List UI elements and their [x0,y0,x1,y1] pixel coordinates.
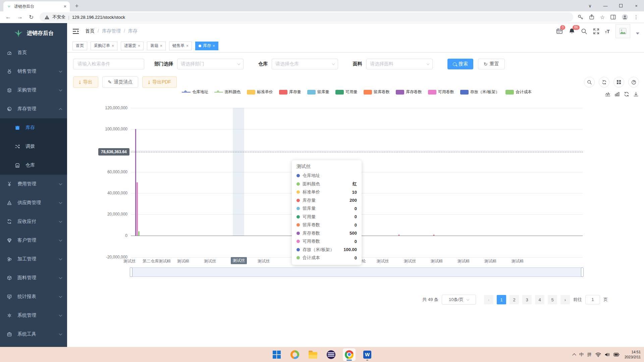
bar-chart-icon[interactable] [614,92,620,97]
sidebar-item-tools[interactable]: 系统工具 [0,325,67,344]
word-icon[interactable]: W [361,348,374,361]
back-icon[interactable]: ← [5,14,11,21]
export-pdf-button[interactable]: ⭣导出PDF [142,76,177,88]
save-image-icon[interactable] [633,92,639,97]
reload-icon[interactable]: ↻ [29,14,34,21]
legend-storage[interactable]: 存放（米/板架） [460,89,499,95]
page-button-1[interactable]: 1 [497,295,506,304]
page-button-2[interactable]: 2 [509,295,519,304]
search-circle-button[interactable] [584,77,595,87]
close-icon[interactable]: × [112,44,114,48]
search-button[interactable]: 搜索 [447,59,473,69]
sidebar-item-supplier[interactable]: 供应商管理 [0,193,67,212]
datazoom-right-handle[interactable] [581,267,584,277]
refresh-circle-button[interactable] [599,77,609,87]
search-icon[interactable] [581,28,587,35]
keyword-search-input[interactable]: 请输入检索条件 [73,59,144,69]
navicat-icon[interactable] [288,348,301,361]
sidebar-item-processing[interactable]: 加工管理 [0,250,67,268]
sidebar-item-inventory[interactable]: 库存管理 [0,100,67,118]
grid-view-button[interactable] [613,77,624,87]
goto-page-input[interactable]: 1 [585,295,600,304]
bell-icon[interactable]: 86 [569,28,575,35]
forward-icon[interactable]: → [17,14,23,21]
return-check-button[interactable]: ✎退货清点 [102,76,139,88]
legend-stock-qty[interactable]: 库存量 [279,89,301,95]
tag-sales-order[interactable]: 销售单× [169,42,192,50]
fullscreen-icon[interactable] [593,28,599,35]
sidebar-item-reports[interactable]: 统计报表 [0,287,67,306]
minimize-button[interactable]: — [598,3,613,8]
sidebar-item-transfer[interactable]: 调拨 [0,137,67,156]
line-chart-icon[interactable] [605,92,610,97]
collapse-sidebar-icon[interactable] [72,28,79,34]
close-icon[interactable]: × [138,44,140,48]
sidebar-item-system[interactable]: 系统管理 [0,306,67,325]
page-button-5[interactable]: 5 [548,295,557,304]
legend-fabric-color[interactable]: 面料颜色 [214,89,241,95]
sidebar-item-receivable[interactable]: 应收应付 [0,212,67,231]
user-menu-caret-icon[interactable] [636,33,639,35]
share-icon[interactable] [589,14,595,20]
ime-pinyin-indicator[interactable]: 拼 [587,352,592,358]
page-button-4[interactable]: 4 [535,295,544,304]
tray-expand-icon[interactable] [572,353,576,357]
bar-stock-qty[interactable] [433,235,434,236]
bookmark-star-icon[interactable]: ☆ [600,14,605,20]
tag-home[interactable]: 首页 [72,42,87,50]
browser-tab[interactable]: 进销存后台 × [3,1,70,11]
breadcrumb-inventory[interactable]: 库存管理 [102,28,121,34]
menu-dots-icon[interactable]: ⋮ [634,14,639,20]
legend-standard-price[interactable]: 标准单价 [247,89,273,95]
ime-chinese-indicator[interactable]: 中 [579,352,584,358]
reset-button[interactable]: ↻重置 [478,59,505,69]
sidebar-item-warehouse[interactable]: 仓库 [0,156,67,175]
pie-chart-button[interactable] [628,77,639,87]
tab-close-icon[interactable]: × [64,4,66,9]
file-explorer-icon[interactable] [307,348,319,361]
font-size-icon[interactable]: тT [605,28,610,34]
side-panel-icon[interactable] [610,14,616,20]
bar-stock-qty[interactable] [398,235,399,236]
legend-available-qty[interactable]: 可用量 [335,89,358,95]
next-page-button[interactable]: › [560,295,570,304]
maximize-button[interactable] [613,3,629,8]
sidebar-item-home[interactable]: 首页 [0,43,67,62]
page-button-3[interactable]: 3 [522,295,532,304]
wifi-icon[interactable] [595,352,601,357]
legend-warehouse-address[interactable]: 仓库地址 [182,89,208,95]
battery-icon[interactable] [613,353,620,357]
sidebar-item-customer[interactable]: 客户管理 [0,231,67,250]
legend-available-rolls[interactable]: 可用卷数 [428,89,454,95]
profile-icon[interactable] [622,14,628,20]
tab-search-icon[interactable]: ∨ [582,3,598,8]
tag-packing[interactable]: 装箱× [147,42,166,50]
passwords-key-icon[interactable] [577,14,583,20]
bar-stock-rolls[interactable] [135,129,136,236]
sidebar-item-stock[interactable]: 库存 [0,118,67,137]
close-icon[interactable]: × [186,44,189,48]
close-icon[interactable]: × [160,44,162,48]
close-icon[interactable]: × [213,44,215,48]
tag-returns[interactable]: 进退货× [121,42,144,50]
department-select[interactable]: 请选择部门 [177,59,244,69]
legend-total-cost[interactable]: 合计成本 [505,89,532,95]
tag-stock-active[interactable]: 库存× [195,42,218,50]
datazoom-slider[interactable] [131,267,583,277]
bar-total-cost[interactable] [138,231,140,236]
eclipse-icon[interactable] [325,348,337,361]
fabric-select[interactable]: 请选择面料 [366,59,433,69]
tag-purchase-order[interactable]: 采购订单× [91,42,117,50]
new-tab-button[interactable]: + [72,2,81,10]
volume-icon[interactable] [605,352,610,357]
sidebar-item-expense[interactable]: 费用管理 [0,175,67,193]
chrome-icon[interactable] [343,348,356,361]
start-button[interactable] [270,348,283,361]
breadcrumb-home[interactable]: 首页 [85,28,95,34]
legend-reserved-rolls[interactable]: 留库卷数 [364,89,390,95]
page-size-select[interactable]: 10条/页 [442,295,476,305]
calendar-icon[interactable]: 0 [556,28,563,35]
warehouse-select[interactable]: 请选择仓库 [272,59,338,69]
sidebar-item-sales[interactable]: 销售管理 [0,62,67,81]
restore-icon[interactable] [624,92,629,97]
